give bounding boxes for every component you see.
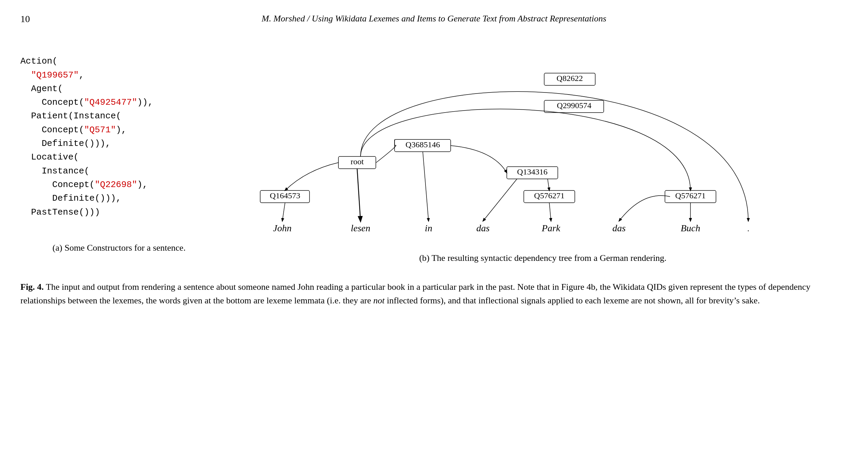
- code-line-9: Instance(: [20, 166, 89, 176]
- qid-2: "Q4925477": [84, 97, 137, 107]
- code-line-11: Definite())),: [20, 193, 121, 203]
- dependency-tree-svg: John lesen in das Park das Buch . root Q…: [238, 41, 833, 245]
- word-period: .: [747, 224, 749, 233]
- page-header: M. Morshed / Using Wikidata Lexemes and …: [20, 14, 848, 24]
- page-number: 10: [20, 14, 30, 24]
- fig-label: Fig. 4.: [20, 282, 44, 292]
- qid-3: "Q571": [84, 125, 116, 135]
- edge-root-q164573: [285, 163, 338, 190]
- right-panel: John lesen in das Park das Buch . root Q…: [238, 41, 848, 263]
- edge-q576271b-das2: [619, 196, 670, 221]
- code-line-7: Definite())),: [20, 138, 111, 149]
- code-line-2: "Q199657",: [20, 70, 84, 80]
- label-q576271b: Q576271: [675, 191, 705, 200]
- qid-1: "Q199657": [31, 70, 79, 80]
- label-q82622: Q82622: [556, 74, 583, 83]
- word-lesen: lesen: [351, 223, 370, 233]
- word-john: John: [273, 223, 291, 233]
- left-panel: Action( "Q199657", Agent( Concept("Q4925…: [20, 41, 218, 263]
- word-park: Park: [541, 223, 561, 233]
- code-line-10: Concept("Q22698"),: [20, 180, 148, 190]
- qid-4: "Q22698": [95, 180, 137, 190]
- code-line-6: Concept("Q571"),: [20, 125, 127, 135]
- tree-container: John lesen in das Park das Buch . root Q…: [238, 41, 848, 246]
- label-q2990574: Q2990574: [557, 101, 591, 110]
- edge-q3685146-in: [423, 152, 429, 221]
- code-line-12: PastTense())): [20, 207, 100, 217]
- fig-caption-text2: inflected forms), and that inflectional …: [385, 296, 760, 305]
- fig-caption: Fig. 4. The input and output from render…: [20, 280, 837, 308]
- edge-q134316-q576271a: [548, 179, 549, 190]
- edge-q3685146-q134316: [451, 146, 507, 173]
- code-block: Action( "Q199657", Agent( Concept("Q4925…: [20, 41, 218, 233]
- word-das1: das: [477, 223, 490, 233]
- word-das2: das: [613, 223, 626, 233]
- edge-q576271a-park: [549, 203, 551, 221]
- code-line-8: Locative(: [20, 152, 79, 162]
- caption-b: (b) The resulting syntactic dependency t…: [419, 253, 666, 263]
- code-line-4: Concept("Q4925477")),: [20, 97, 153, 107]
- word-in: in: [425, 223, 432, 233]
- label-root: root: [351, 157, 364, 166]
- caption-a: (a) Some Constructors for a sentence.: [20, 243, 218, 253]
- edge-root-q3685146-start: [376, 145, 396, 163]
- label-q3685146: Q3685146: [405, 140, 440, 149]
- edge-root-lesen: [357, 169, 361, 221]
- code-line-1: Action(: [20, 56, 57, 66]
- label-q164573: Q164573: [270, 191, 300, 200]
- word-buch: Buch: [681, 223, 700, 233]
- code-line-3: Agent(: [20, 84, 63, 94]
- edge-q164573-john: [282, 203, 285, 221]
- fig-caption-italic: not: [373, 296, 384, 305]
- label-q576271a: Q576271: [534, 191, 564, 200]
- label-q134316: Q134316: [517, 167, 547, 176]
- edge-q134316-das1: [483, 179, 517, 221]
- code-line-5: Patient(Instance(: [20, 111, 121, 121]
